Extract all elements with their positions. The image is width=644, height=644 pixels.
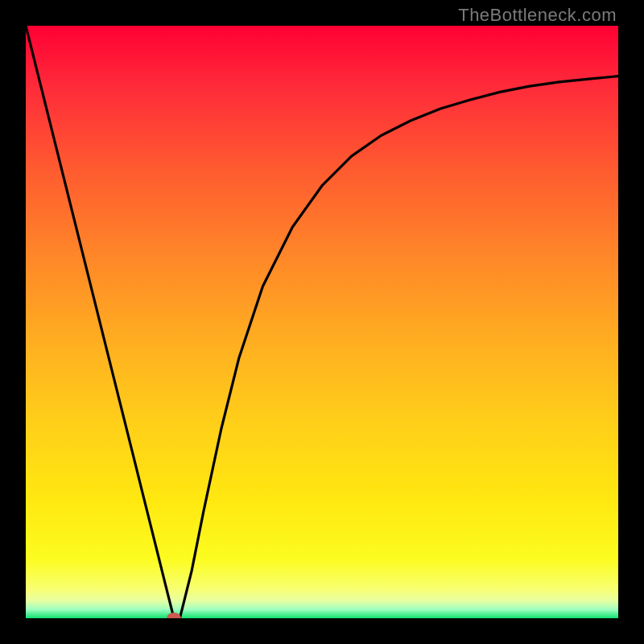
chart-frame: TheBottleneck.com (0, 0, 644, 644)
optimum-marker (167, 613, 181, 618)
plot-area (26, 26, 618, 618)
watermark-text: TheBottleneck.com (458, 5, 617, 26)
bottleneck-curve (26, 26, 618, 618)
